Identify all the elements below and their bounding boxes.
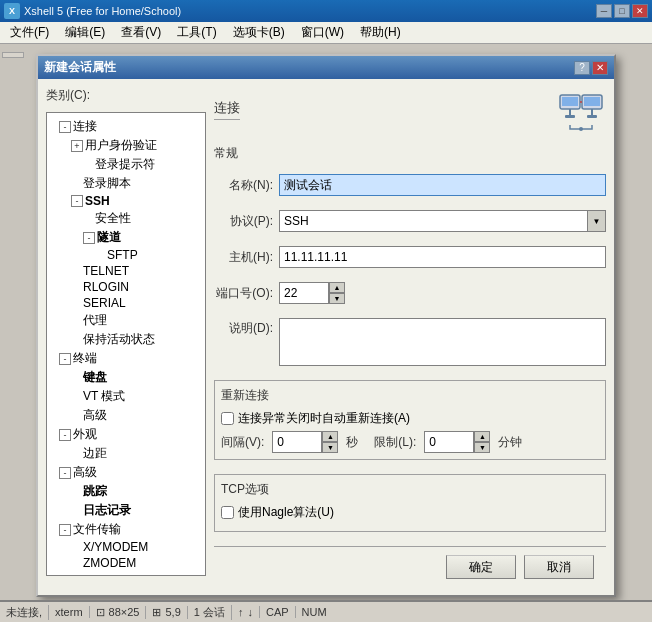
name-input[interactable] <box>279 174 606 196</box>
nagle-checkbox-label: 使用Nagle算法(U) <box>238 504 334 521</box>
close-button[interactable]: ✕ <box>632 4 648 18</box>
tree-label-rlogin: RLOGIN <box>83 280 129 294</box>
terminal-text: xterm <box>55 606 83 618</box>
interval-spinner: ▲ ▼ <box>272 431 338 453</box>
dialog-footer: 确定 取消 <box>214 546 606 587</box>
svg-rect-7 <box>587 115 597 118</box>
tree-node-keyboard[interactable]: 键盘 <box>51 368 201 387</box>
interval-label: 间隔(V): <box>221 434 264 451</box>
port-decrement[interactable]: ▼ <box>329 293 345 304</box>
port-input[interactable] <box>279 282 329 304</box>
limit-input[interactable] <box>424 431 474 453</box>
tree-label-proxy: 代理 <box>83 312 107 329</box>
scroll-arrows[interactable]: ↑ ↓ <box>238 606 260 618</box>
tree-node-telnet[interactable]: TELNET <box>51 263 201 279</box>
maximize-button[interactable]: □ <box>614 4 630 18</box>
tree-label-jump: 跳踪 <box>83 483 107 500</box>
cancel-button[interactable]: 取消 <box>524 555 594 579</box>
reconnect-title: 重新连接 <box>221 387 599 404</box>
reconnect-params-row: 间隔(V): ▲ ▼ 秒 限制(L): <box>221 431 599 453</box>
dialog-help-button[interactable]: ? <box>574 61 590 75</box>
dialog-body: 类别(C): - 连接 + 用户身份验证 <box>38 79 614 595</box>
app-content: 新建会话属性 ? ✕ 类别(C): - <box>0 44 652 600</box>
tree-node-advanced2[interactable]: - 高级 <box>51 463 201 482</box>
interval-input[interactable] <box>272 431 322 453</box>
expand-filetransfer[interactable]: - <box>59 524 71 536</box>
tree-node-terminal[interactable]: - 终端 <box>51 349 201 368</box>
expand-terminal[interactable]: - <box>59 353 71 365</box>
expand-appearance[interactable]: - <box>59 429 71 441</box>
limit-decrement[interactable]: ▼ <box>474 442 490 453</box>
tree-node-tunnel[interactable]: - 隧道 <box>51 228 201 247</box>
limit-label: 限制(L): <box>374 434 416 451</box>
tree-node-user-auth[interactable]: + 用户身份验证 <box>51 136 201 155</box>
tree-label-security: 安全性 <box>95 210 131 227</box>
tree-node-security[interactable]: 安全性 <box>51 209 201 228</box>
tree-node-proxy[interactable]: 代理 <box>51 311 201 330</box>
expand-user-auth[interactable]: + <box>71 140 83 152</box>
tree-node-filetransfer[interactable]: - 文件传输 <box>51 520 201 539</box>
reconnect-checkbox[interactable] <box>221 412 234 425</box>
expand-tunnel[interactable]: - <box>83 232 95 244</box>
menu-edit[interactable]: 编辑(E) <box>57 22 113 43</box>
limit-increment[interactable]: ▲ <box>474 431 490 442</box>
dialog-close-button[interactable]: ✕ <box>592 61 608 75</box>
svg-rect-3 <box>565 115 575 118</box>
menu-view[interactable]: 查看(V) <box>113 22 169 43</box>
tree-node-sftp[interactable]: SFTP <box>51 247 201 263</box>
arrow-up-icon[interactable]: ↑ <box>238 606 244 618</box>
tree-node-appearance[interactable]: - 外观 <box>51 425 201 444</box>
menu-file[interactable]: 文件(F) <box>2 22 57 43</box>
expand-ssh[interactable]: - <box>71 195 83 207</box>
desc-input[interactable] <box>279 318 606 366</box>
tree-node-jump[interactable]: 跳踪 <box>51 482 201 501</box>
cap-text: CAP <box>266 606 289 618</box>
minimize-button[interactable]: ─ <box>596 4 612 18</box>
tree-node-serial[interactable]: SERIAL <box>51 295 201 311</box>
menu-tabs[interactable]: 选项卡(B) <box>225 22 293 43</box>
arrow-down-icon[interactable]: ↓ <box>247 606 253 618</box>
tree-node-margin[interactable]: 边距 <box>51 444 201 463</box>
svg-rect-6 <box>591 109 593 115</box>
interval-increment[interactable]: ▲ <box>322 431 338 442</box>
tree-node-keepalive[interactable]: 保持活动状态 <box>51 330 201 349</box>
tree-label-telnet: TELNET <box>83 264 129 278</box>
svg-rect-1 <box>562 97 578 106</box>
tree-node-login-script[interactable]: 登录脚本 <box>51 174 201 193</box>
tree-node-ssh[interactable]: - SSH <box>51 193 201 209</box>
nagle-checkbox[interactable] <box>221 506 234 519</box>
menu-tools[interactable]: 工具(T) <box>169 22 224 43</box>
tree-node-zmodem[interactable]: ZMODEM <box>51 555 201 571</box>
ok-button[interactable]: 确定 <box>446 555 516 579</box>
name-group: 名称(N): <box>214 174 606 196</box>
expand-connection[interactable]: - <box>59 121 71 133</box>
svg-rect-2 <box>569 109 571 115</box>
tree-label-advanced: 高级 <box>83 407 107 424</box>
menu-window[interactable]: 窗口(W) <box>293 22 352 43</box>
port-group: 端口号(O): ▲ ▼ <box>214 282 606 304</box>
tree-label-login-prompt: 登录提示符 <box>95 156 155 173</box>
tree-node-rlogin[interactable]: RLOGIN <box>51 279 201 295</box>
protocol-select[interactable]: SSH ▼ <box>279 210 606 232</box>
tree-node-log[interactable]: 日志记录 <box>51 501 201 520</box>
tree-node-vt-mode[interactable]: VT 模式 <box>51 387 201 406</box>
tree-node-xymodem[interactable]: X/YMODEM <box>51 539 201 555</box>
port-increment[interactable]: ▲ <box>329 282 345 293</box>
reconnect-checkbox-label: 连接异常关闭时自动重新连接(A) <box>238 410 410 427</box>
pos-icon: ⊞ <box>152 606 161 619</box>
num-text: NUM <box>302 606 327 618</box>
interval-decrement[interactable]: ▼ <box>322 442 338 453</box>
desc-group: 说明(D): <box>214 318 606 366</box>
tree-label-vt-mode: VT 模式 <box>83 388 125 405</box>
dialog-title-bar: 新建会话属性 ? ✕ <box>38 56 614 79</box>
host-input[interactable] <box>279 246 606 268</box>
tree-node-connection[interactable]: - 连接 <box>51 117 201 136</box>
min-label: 分钟 <box>498 434 522 451</box>
protocol-dropdown-arrow[interactable]: ▼ <box>587 211 605 231</box>
menu-help[interactable]: 帮助(H) <box>352 22 409 43</box>
tree-node-advanced[interactable]: 高级 <box>51 406 201 425</box>
tree-node-login-prompt[interactable]: 登录提示符 <box>51 155 201 174</box>
tree-label-zmodem: ZMODEM <box>83 556 136 570</box>
tcp-section: TCP选项 使用Nagle算法(U) <box>214 474 606 532</box>
expand-advanced2[interactable]: - <box>59 467 71 479</box>
